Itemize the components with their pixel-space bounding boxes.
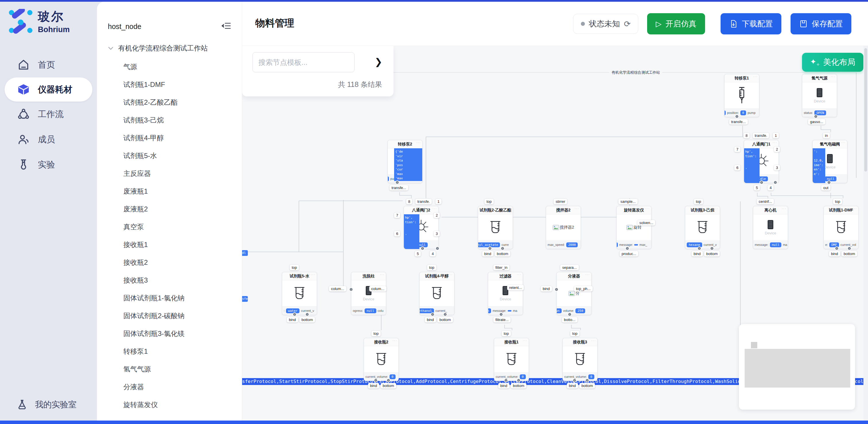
port-chip-bottom[interactable]: bottom xyxy=(437,317,453,323)
node-menu-icon[interactable]: ··· xyxy=(506,206,511,211)
port-chip-topph[interactable]: top_ph... xyxy=(574,286,593,292)
port-chip-4[interactable]: 4 xyxy=(768,185,774,190)
node-header[interactable]: 八通阀门1··· xyxy=(744,140,778,148)
node-receiver-bottle-1[interactable]: 接收瓶1···current_volume:0topbind›bottom› xyxy=(494,338,529,381)
port-chip-bottom[interactable]: bottom xyxy=(704,251,720,256)
port-handle-icon[interactable]: › xyxy=(847,246,851,250)
port-chip-transfe[interactable]: transfe... xyxy=(390,185,408,190)
port-chip-bind[interactable]: bind xyxy=(368,383,379,388)
node-header[interactable]: 接收瓶2··· xyxy=(364,338,398,346)
port-chip-2[interactable]: 2 xyxy=(434,213,440,218)
node-hydrogen-gas-source[interactable]: 氢气气源···Devicestatus:OPENgasso...› xyxy=(802,74,837,117)
port-chip-top[interactable]: top xyxy=(290,265,299,270)
node-reagent-bottle-1[interactable]: 试剂瓶1-DMF···e:DMFcurrent_voltopbind›botto… xyxy=(824,206,859,249)
port-chip-top[interactable]: top xyxy=(485,199,494,204)
port-chip-filtrate[interactable]: filtrate... xyxy=(493,317,510,323)
tree-item[interactable]: 试剂瓶1-DMF xyxy=(123,76,238,93)
port-handle-icon[interactable]: › xyxy=(697,246,701,250)
port-handle-icon[interactable]: › xyxy=(504,378,508,383)
port-chip-bottom[interactable]: bottom xyxy=(580,383,595,388)
port-chip-2[interactable]: 2 xyxy=(774,147,780,152)
node-menu-icon[interactable]: ··· xyxy=(393,338,397,342)
port-handle-icon[interactable]: › xyxy=(395,180,399,184)
node-menu-icon[interactable]: ··· xyxy=(517,272,521,277)
port-chip-produc[interactable]: produc... xyxy=(620,251,638,256)
tree-item[interactable]: 旋转蒸发仪 xyxy=(123,396,238,414)
port-chip-top[interactable]: top xyxy=(427,265,436,270)
sidebar-item-cube[interactable]: 仪器耗材 xyxy=(5,78,92,101)
port-handle-icon[interactable]: › xyxy=(386,378,391,383)
tree-item[interactable]: 气源 xyxy=(123,58,238,76)
port-handle-icon[interactable]: › xyxy=(572,378,577,383)
port-chip-bind[interactable]: bind xyxy=(287,317,298,323)
node-header[interactable]: 试剂瓶5-水··· xyxy=(282,272,317,280)
port-chip-out[interactable]: out xyxy=(821,185,830,190)
node-reagent-bottle-2[interactable]: 试剂瓶2-乙酸乙酯···thyl_acetatecurretopbind›bot… xyxy=(478,206,513,249)
port-chip-in[interactable]: in xyxy=(823,133,830,138)
port-chip-sample[interactable]: sample... xyxy=(618,199,638,204)
start-simulation-button[interactable]: ▷ 开启仿真 xyxy=(647,13,705,34)
port-chip-botto[interactable]: botto... xyxy=(562,317,578,323)
port-chip-top[interactable]: top xyxy=(694,199,703,204)
port-chip-separa[interactable]: separa... xyxy=(560,265,579,270)
tree-item[interactable]: 试剂瓶4-甲醇 xyxy=(123,129,238,147)
port-handle-icon[interactable]: ‹ xyxy=(555,287,558,292)
port-handle-icon[interactable]: › xyxy=(443,312,447,316)
node-header[interactable]: 试剂瓶2-乙酸乙酯··· xyxy=(478,206,513,214)
vertical-scrollbar[interactable] xyxy=(863,46,868,421)
node-header[interactable]: 试剂瓶4-甲醇··· xyxy=(420,272,454,280)
node-menu-icon[interactable]: ··· xyxy=(714,206,718,211)
node-reagent-bottle-3[interactable]: 试剂瓶3-己烷···hexanecurrent_vtopbind›bottom› xyxy=(685,206,720,249)
tree-item[interactable]: 接收瓶3 xyxy=(123,271,238,289)
port-handle-icon[interactable]: › xyxy=(625,246,629,250)
port-chip-bind[interactable]: bind xyxy=(482,251,493,256)
node-eight-way-valve-2[interactable]: 八通阀门2···status:nullhp', tion': ' 8transf… xyxy=(404,206,439,249)
port-chip-7[interactable]: 7 xyxy=(734,147,740,152)
port-handle-icon[interactable]: › xyxy=(500,246,504,250)
tree-item[interactable]: 主反应器 xyxy=(123,165,238,182)
port-chip-top[interactable]: top xyxy=(833,199,842,204)
port-chip-bottom[interactable]: bottom xyxy=(381,383,396,388)
node-header[interactable]: 洗脱柱··· xyxy=(351,272,386,280)
port-handle-icon[interactable]: › xyxy=(827,180,831,184)
node-menu-icon[interactable]: ··· xyxy=(645,206,650,211)
node-separator[interactable]: 分液器···分ownvolume:250separa...bind‹top_ph… xyxy=(557,272,591,315)
node-reagent-bottle-5[interactable]: 试剂瓶5-水···:watercurrent_vtopbind›bottom› xyxy=(282,272,317,315)
port-handle-icon[interactable]: › xyxy=(374,378,378,383)
port-handle-icon[interactable]: › xyxy=(488,246,492,250)
sidebar-item-home[interactable]: 首页 xyxy=(0,52,97,78)
node-header[interactable]: 搅拌器2··· xyxy=(546,206,581,214)
node-menu-icon[interactable]: ··· xyxy=(841,140,846,145)
search-expand-icon[interactable]: ❯ xyxy=(375,56,382,67)
node-header[interactable]: 试剂瓶3-己烷··· xyxy=(685,206,720,214)
port-handle-icon[interactable]: › xyxy=(710,246,714,250)
port-chip-bottom[interactable]: bottom xyxy=(495,251,510,256)
node-header[interactable]: 过滤器··· xyxy=(488,272,523,280)
node-stirrer-2[interactable]: 搅拌器2···搅拌器2max_speed:2000stirrer xyxy=(546,206,581,249)
port-chip-colum[interactable]: colum... xyxy=(329,286,346,292)
tree-item[interactable]: 接收瓶2 xyxy=(123,253,238,271)
port-chip-5[interactable]: 5 xyxy=(754,185,760,190)
sidebar-item-my-lab[interactable]: 我的实验室 xyxy=(16,399,76,411)
status-badge[interactable]: 状态未知 ⟳ xyxy=(573,14,638,34)
port-chip-5[interactable]: 5 xyxy=(415,251,421,256)
port-chip-centrif[interactable]: centrif... xyxy=(757,199,774,204)
flow-canvas[interactable]: 有机化学流程综合测试工作站 sferProtocol,StartStirProt… xyxy=(242,46,868,421)
port-chip-bind[interactable]: bind xyxy=(691,251,703,256)
node-menu-icon[interactable]: ··· xyxy=(380,272,384,277)
port-handle-icon[interactable]: › xyxy=(292,312,297,316)
node-menu-icon[interactable]: ··· xyxy=(831,74,835,79)
port-chip-bind[interactable]: bind xyxy=(567,383,578,388)
port-handle-icon[interactable]: ‹ xyxy=(349,287,353,292)
node-menu-icon[interactable]: ··· xyxy=(311,272,315,277)
port-chip-6[interactable]: 6 xyxy=(734,165,740,171)
port-chip-bottom[interactable]: bottom xyxy=(511,383,526,388)
node-menu-icon[interactable]: ··· xyxy=(852,206,857,211)
node-menu-icon[interactable]: ··· xyxy=(575,206,579,211)
tree-item[interactable]: 转移泵1 xyxy=(123,342,238,360)
beautify-layout-button[interactable]: ✦✧ 美化布局 xyxy=(802,53,863,72)
tree-item[interactable]: 废液瓶1 xyxy=(123,182,238,200)
port-handle-icon[interactable]: › xyxy=(735,115,739,119)
node-menu-icon[interactable]: ··· xyxy=(591,338,596,342)
node-header[interactable]: 分液器··· xyxy=(557,272,591,280)
